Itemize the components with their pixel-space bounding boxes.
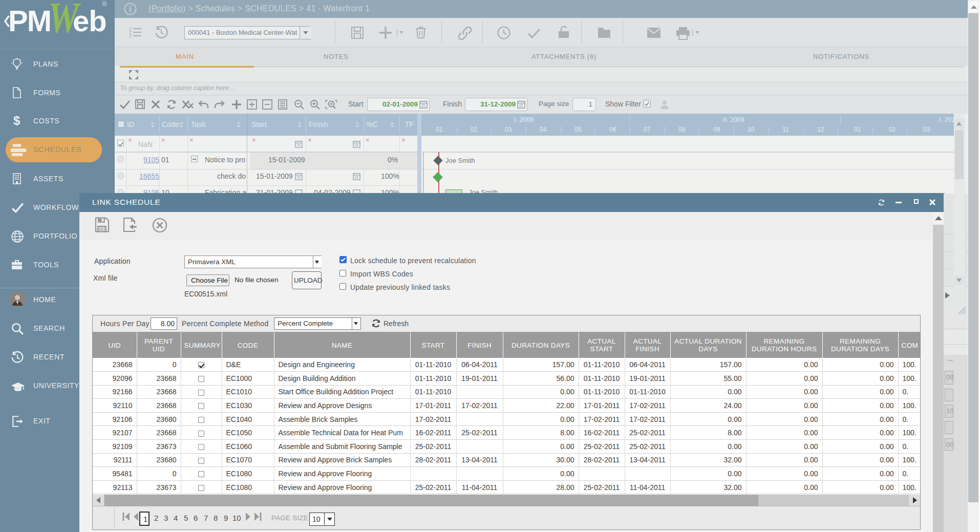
svg-text:$: $	[13, 115, 20, 127]
